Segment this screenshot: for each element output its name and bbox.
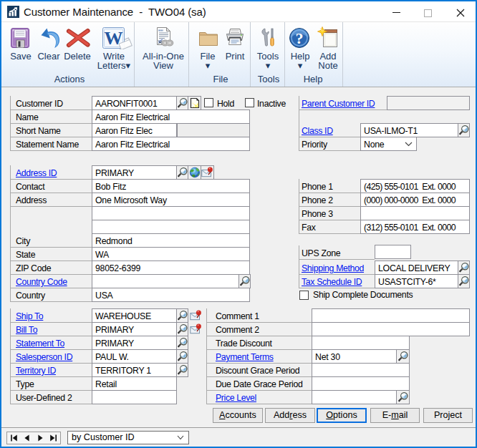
svg-text:?: ?	[296, 29, 304, 47]
